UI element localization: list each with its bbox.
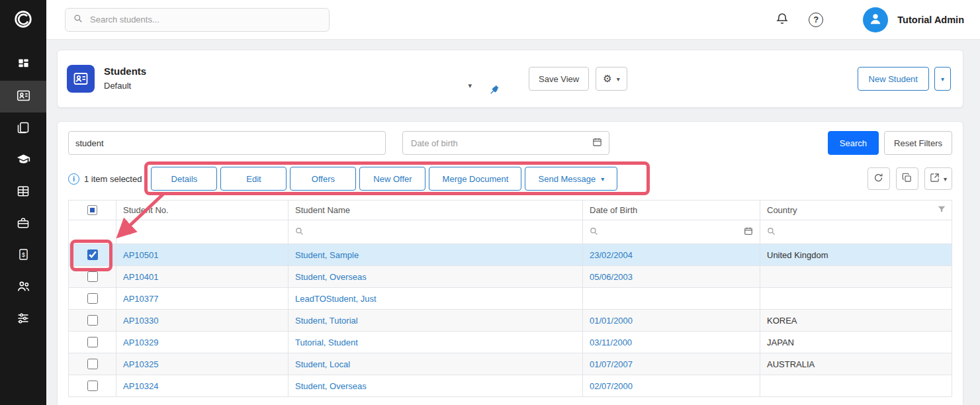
details-button[interactable]: Details	[151, 167, 217, 191]
global-search-input[interactable]	[89, 14, 321, 25]
sidebar: $	[0, 0, 46, 405]
column-header-dob[interactable]: Date of Birth	[590, 205, 637, 215]
dob-column-filter[interactable]	[583, 220, 760, 244]
student-name-link[interactable]: Student, Sample	[295, 250, 359, 260]
student-name-link[interactable]: Student, Local	[295, 359, 350, 369]
student-name-link[interactable]: Tutorial, Student	[295, 338, 358, 347]
table-row[interactable]: AP10377 LeadTOStudent, Just	[69, 288, 952, 310]
app-logo[interactable]	[0, 0, 46, 40]
calendar-icon[interactable]	[592, 137, 602, 149]
student-no-link[interactable]: AP10325	[123, 359, 159, 369]
dob-filter-input[interactable]	[410, 138, 592, 149]
table-row[interactable]: AP10501 Student, Sample 23/02/2004 Unite…	[69, 244, 952, 266]
dob-filter[interactable]	[402, 131, 609, 155]
student-card-icon	[17, 89, 30, 105]
student-no-link[interactable]: AP10324	[123, 381, 159, 391]
briefcase-icon	[17, 216, 30, 232]
documents-icon	[17, 121, 30, 136]
sidebar-item-dashboard[interactable]	[0, 49, 46, 81]
view-selector[interactable]: Default ▾	[104, 79, 474, 93]
student-no-link[interactable]: AP10501	[123, 250, 159, 260]
refresh-button[interactable]	[868, 167, 890, 190]
sidebar-item-courses[interactable]	[0, 144, 46, 176]
dob-link[interactable]: 03/11/2000	[590, 338, 632, 347]
student-name-link[interactable]: Student, Tutorial	[295, 316, 358, 326]
export-button[interactable]: ▾	[924, 167, 952, 190]
refresh-icon	[873, 173, 883, 185]
view-header-card: Students Default ▾ Save View ⚙ ▾	[57, 50, 963, 108]
country-cell: AUSTRALIA	[767, 359, 815, 369]
student-name-link[interactable]: Student, Overseas	[295, 381, 367, 391]
dob-link[interactable]: 23/02/2004	[590, 250, 633, 260]
logo-icon	[13, 9, 34, 32]
row-checkbox[interactable]	[87, 271, 98, 282]
student-no-link[interactable]: AP10329	[123, 338, 159, 347]
offers-button[interactable]: Offers	[290, 167, 356, 191]
dob-link[interactable]: 01/07/2007	[590, 359, 633, 369]
merge-document-button[interactable]: Merge Document	[429, 167, 521, 191]
table-row[interactable]: AP10329 Tutorial, Student 03/11/2000 JAP…	[69, 332, 952, 353]
row-checkbox[interactable]	[87, 249, 98, 260]
export-icon	[930, 173, 940, 185]
dob-link[interactable]: 01/01/2000	[590, 316, 633, 326]
info-icon: i	[68, 173, 79, 185]
people-icon	[17, 279, 30, 295]
calendar-icon[interactable]	[744, 226, 753, 238]
chevron-down-icon: ▾	[601, 175, 604, 183]
column-header-country[interactable]: Country	[767, 205, 797, 215]
column-header-student-name[interactable]: Student Name	[295, 205, 350, 215]
student-name-link[interactable]: LeadTOStudent, Just	[295, 294, 377, 304]
country-cell: KOREA	[767, 316, 797, 326]
user-icon	[868, 11, 883, 28]
column-header-student-no[interactable]: Student No.	[123, 205, 169, 215]
table-row[interactable]: AP10401 Student, Overseas 05/06/2003	[69, 266, 952, 288]
select-all-checkbox[interactable]	[87, 205, 97, 215]
table-row[interactable]: AP10325 Student, Local 01/07/2007 AUSTRA…	[69, 353, 952, 375]
sidebar-item-documents[interactable]	[0, 112, 46, 144]
dob-link[interactable]: 02/07/2000	[590, 381, 633, 391]
table-row[interactable]: AP10324 Student, Overseas 02/07/2000	[69, 375, 952, 397]
send-message-button[interactable]: Send Message ▾	[525, 167, 617, 191]
student-name-link[interactable]: Student, Overseas	[295, 272, 367, 282]
notifications-button[interactable]	[776, 12, 789, 27]
row-checkbox[interactable]	[87, 381, 98, 391]
copy-button[interactable]	[896, 167, 918, 190]
row-checkbox[interactable]	[87, 293, 98, 304]
student-no-column-filter[interactable]	[116, 220, 289, 244]
global-search[interactable]	[65, 8, 330, 32]
help-button[interactable]: ?	[809, 13, 823, 27]
column-filter-row	[69, 220, 952, 244]
sidebar-item-settings[interactable]	[0, 303, 46, 335]
sidebar-item-tables[interactable]	[0, 176, 46, 208]
topbar-right: ? Tutorial Admin	[776, 7, 964, 32]
pin-view-button[interactable]	[489, 84, 500, 97]
row-checkbox[interactable]	[87, 315, 98, 326]
avatar[interactable]	[863, 7, 888, 32]
student-name-column-filter[interactable]	[289, 220, 583, 244]
edit-button[interactable]: Edit	[220, 167, 287, 191]
save-view-button[interactable]: Save View	[529, 67, 589, 91]
user-name[interactable]: Tutorial Admin	[897, 15, 964, 25]
reset-filters-button[interactable]: Reset Filters	[884, 131, 952, 155]
student-no-link[interactable]: AP10330	[123, 316, 159, 326]
keyword-filter-input[interactable]	[68, 131, 386, 155]
sidebar-item-invoices[interactable]: $	[0, 240, 46, 271]
student-no-link[interactable]: AP10377	[123, 294, 159, 304]
sidebar-item-agents[interactable]	[0, 208, 46, 240]
sidebar-item-students[interactable]	[0, 81, 46, 112]
table-row[interactable]: AP10330 Student, Tutorial 01/01/2000 KOR…	[69, 310, 952, 332]
table-grid-icon	[17, 185, 30, 200]
new-offer-button[interactable]: New Offer	[359, 167, 425, 191]
row-checkbox[interactable]	[87, 337, 98, 347]
row-checkbox[interactable]	[87, 359, 98, 369]
dob-link[interactable]: 05/06/2003	[590, 272, 633, 282]
sidebar-item-contacts[interactable]	[0, 271, 46, 303]
new-student-dropdown-button[interactable]: ▾	[934, 67, 951, 91]
student-no-link[interactable]: AP10401	[123, 272, 159, 282]
new-student-button[interactable]: New Student	[858, 67, 929, 91]
country-column-filter[interactable]	[760, 220, 952, 244]
filter-funnel-icon[interactable]	[937, 204, 946, 216]
view-settings-button[interactable]: ⚙ ▾	[596, 67, 627, 91]
search-button[interactable]: Search	[828, 131, 879, 155]
svg-text:$: $	[22, 251, 25, 258]
